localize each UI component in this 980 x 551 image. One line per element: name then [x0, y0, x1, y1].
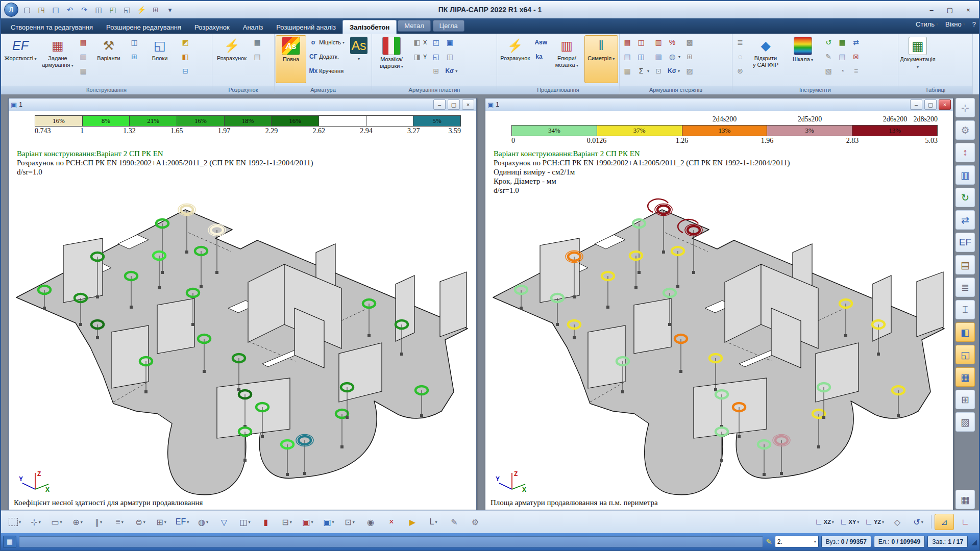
plate-lower-button[interactable]: ◱ [429, 50, 443, 63]
documentation-button[interactable]: ▦Документація ▾ [899, 35, 936, 83]
tab-metal[interactable]: Метал [398, 20, 430, 32]
tool-edit-button[interactable]: ✎ [822, 50, 835, 63]
section-planes-button[interactable]: ∥▾ [89, 514, 108, 530]
rotate-view-button[interactable]: ↺▾ [909, 514, 928, 530]
variant-copy-button[interactable]: ◫ [128, 36, 141, 49]
hatch-view-button[interactable]: ▨ [955, 412, 975, 432]
export-icon[interactable]: ⊞ [149, 4, 162, 16]
tool-rings-button[interactable]: ⊚ [733, 64, 747, 78]
viewport-maximize-button[interactable]: ▢ [448, 99, 460, 110]
view-isometric-button[interactable]: ◇ [888, 514, 907, 530]
resize-grip-icon[interactable]: ◢ [971, 538, 977, 546]
floors-button[interactable]: ◧ [955, 322, 975, 342]
scale-button[interactable]: Шкала ▾ [785, 35, 821, 83]
plate-strips-button[interactable]: ◫ [443, 50, 459, 63]
tool-report-button[interactable]: ▤ [836, 50, 849, 63]
bar-section-button[interactable]: ⊡ [652, 64, 665, 78]
app-logo-icon[interactable]: Л [4, 3, 18, 17]
tool-exchange-button[interactable]: ⇄ [849, 36, 863, 49]
view-settings-button[interactable]: ⚙ [465, 514, 485, 530]
assigned-reinforcement-button[interactable]: ▦Заданеармування ▾ [39, 35, 76, 83]
grid-snap-button[interactable]: ⊞▾ [152, 514, 171, 530]
tool-refresh-button[interactable]: ↺ [822, 36, 835, 49]
spotlight-button[interactable]: ▶ [403, 514, 422, 530]
punching-diagrams-button[interactable]: ▥Епюри/мозаїка ▾ [550, 35, 583, 83]
tab-create-edit[interactable]: Створення та редагування [4, 20, 100, 34]
select-circle-button[interactable]: ⊕▾ [68, 514, 87, 530]
customize-quick-access-icon[interactable]: ▾ [163, 4, 177, 16]
zoom-button[interactable]: ◉ [361, 514, 380, 530]
projection-mode-button[interactable]: ⊿ [935, 514, 954, 530]
minimize-button[interactable]: – [923, 4, 940, 16]
rebar-cols-button[interactable]: ▥ [77, 50, 90, 63]
select-cursor-button[interactable]: ⊹▾ [26, 514, 45, 530]
layers-button[interactable]: ▤ [955, 255, 975, 274]
calc-table-button[interactable]: ▦ [251, 36, 264, 49]
bar-side-1-button[interactable]: ◫ [634, 36, 651, 49]
blocks-icon[interactable]: ◱ [120, 4, 134, 16]
additional-button[interactable]: СГДодатк. [307, 50, 347, 63]
style-menu[interactable]: Стиль▾ [916, 20, 938, 28]
exchange-button[interactable]: ⇄ [955, 210, 975, 230]
open-sapfir-button[interactable]: ◆Відкритиу САПФІР [747, 35, 784, 83]
view-yz-button[interactable]: ∟YZ▾ [863, 514, 886, 530]
redo-icon[interactable]: ↷ [78, 4, 91, 16]
torsion-button[interactable]: MxКручення [307, 64, 347, 78]
sections-button[interactable]: ⌶ [955, 300, 975, 319]
variants-button[interactable]: ⚒Варіанти [90, 35, 127, 83]
select-polygon-button[interactable]: ▾ [5, 514, 24, 530]
numbering-button[interactable]: ↕ [955, 143, 975, 162]
view-xy-button[interactable]: ∟XY▾ [838, 514, 861, 530]
as-results-button[interactable]: As ▾ [347, 35, 371, 83]
bar-side-2-button[interactable]: ◫ [634, 50, 651, 63]
bar-sum-button[interactable]: Σ▾ [634, 64, 651, 78]
new-document-icon[interactable]: ▢ [20, 4, 34, 16]
calc-protocol-button[interactable]: ▤ [251, 50, 264, 63]
bar-ksigma-button[interactable]: Kσ▾ [666, 64, 682, 78]
bar-fill-button[interactable]: ▨ [683, 64, 696, 78]
select-rect-button[interactable]: ▭▾ [47, 514, 66, 530]
clip-button[interactable]: ⊟▾ [277, 514, 297, 530]
fragmentation-button[interactable]: ◍▾ [193, 514, 213, 530]
thermometer-button[interactable]: ▮ [256, 514, 276, 530]
bar-stirrups-2-button[interactable]: ▥ [652, 50, 665, 63]
viewport-titlebar[interactable]: ▣1–▢× [485, 98, 953, 111]
variant-add-button[interactable]: ⊞ [128, 50, 141, 63]
viewport-titlebar[interactable]: ▣1–▢× [9, 98, 476, 111]
copy-icon[interactable]: ◫ [92, 4, 105, 16]
undo-icon[interactable]: ↶ [63, 4, 77, 16]
bar-mosaic-button[interactable]: ◍▾ [666, 50, 682, 63]
rebar-rows-button[interactable]: ▤ [77, 36, 90, 49]
model-3d-view[interactable] [9, 171, 476, 503]
mark-red-button[interactable]: ▣▾ [298, 514, 317, 530]
tool-excel-button[interactable]: ▦ [836, 36, 849, 49]
bar-bottom-button[interactable]: ▤ [621, 50, 634, 63]
select-mode-button[interactable]: ⊹ [955, 98, 975, 117]
close-fragment-button[interactable]: × [382, 514, 401, 530]
help-menu[interactable]: ? [972, 20, 976, 28]
bar-percent-button[interactable]: % [666, 36, 682, 49]
draw-button[interactable]: ✎ [445, 514, 464, 530]
filter-button[interactable]: ▽ [214, 514, 234, 530]
viewport-close-button[interactable]: × [939, 99, 951, 110]
loadcase-selector[interactable]: 2.▾ [775, 536, 819, 547]
packet-icon[interactable]: ◰ [106, 4, 119, 16]
window-menu[interactable]: Вікно▾ [945, 20, 965, 28]
mesh-view-button[interactable]: ▦ [955, 367, 975, 387]
quick-calc-icon[interactable]: ⚡ [135, 4, 148, 16]
close-button[interactable]: × [960, 4, 977, 16]
full-reinforcement-button[interactable]: AsПовна [276, 35, 306, 83]
plate-ksigma-button[interactable]: Kσ▾ [443, 64, 459, 78]
poly-filter-button[interactable]: ⊜▾ [131, 514, 150, 530]
tool-lists-button[interactable]: ≣ [733, 36, 747, 49]
tool-select-button[interactable]: ◌ [733, 50, 747, 63]
maximize-button[interactable]: ▢ [941, 4, 959, 16]
block-remove-button[interactable]: ⊟ [179, 64, 192, 78]
settings-button[interactable]: ⚙ [955, 120, 975, 140]
viewport-window-right[interactable]: ▣1–▢×2d4s2002d5s2002d6s2002d8s20034%37%1… [485, 98, 953, 510]
rebar-mesh-button[interactable]: ▦ [77, 64, 90, 78]
bar-hatch-button[interactable]: ▩ [683, 36, 696, 49]
block-top-button[interactable]: ◩ [179, 36, 192, 49]
viewport-minimize-button[interactable]: – [433, 99, 446, 110]
viewport-canvas[interactable]: 16%8%21%16%18%16%5%0.74311.321.651.972.2… [9, 111, 476, 510]
